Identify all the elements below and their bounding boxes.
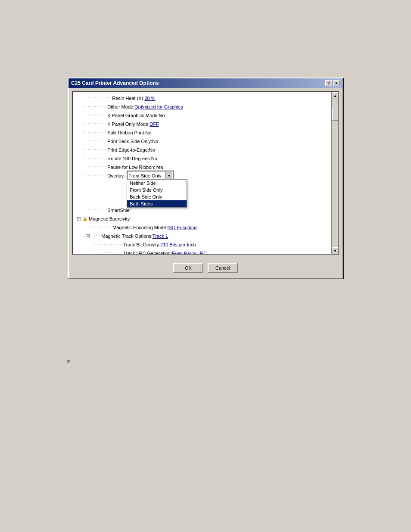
list-item: ·········· Magnetic Encoding Mode: ISO E…	[74, 223, 330, 232]
list-item: ·· − ···· Magnetic Track Options: Track …	[74, 232, 330, 240]
dropdown-option-neither[interactable]: Neither Side	[127, 180, 187, 187]
tree-prefix: ··········	[82, 163, 106, 171]
list-item: ············ Resin Heat (K): 20 %	[74, 94, 330, 103]
list-item: ·········· Pause for Low Ribbon: Yes	[74, 163, 330, 171]
tree-prefix: ··········	[87, 223, 111, 232]
scrollbar[interactable]: ▲ ▼	[331, 92, 338, 254]
list-item: ·········· K Panel Only Mode: OFF	[74, 120, 330, 128]
item-value[interactable]: OFF	[149, 120, 159, 128]
item-label: Magnetic Track Options:	[101, 232, 153, 240]
item-value: No	[151, 154, 157, 163]
item-value[interactable]: Track 1	[153, 232, 168, 240]
item-value: No	[152, 137, 158, 146]
tree-prefix: ············	[93, 240, 122, 249]
list-item: ·········· K Panel Graphics Mode: No	[74, 111, 330, 120]
tree-prefix: ··········	[82, 154, 106, 163]
title-bar: C25 Card Printer Advanced Options ? X	[68, 78, 342, 88]
item-label: Track LRC Generation:	[123, 249, 172, 255]
tree-prefix: ··········	[82, 111, 106, 120]
dropdown-popup[interactable]: Neither Side Front Side Only Back Side O…	[127, 179, 187, 208]
list-item: ············ Track Bit Density: 210 Bits…	[74, 240, 330, 249]
list-item: ············ Track LRC Generation: Even …	[74, 249, 330, 255]
tree-prefix: ············	[82, 94, 111, 103]
dropdown-value: Front Side Only	[128, 173, 165, 178]
tree-prefix: ··	[82, 232, 85, 240]
item-value[interactable]: Optimized for Graphics	[134, 103, 183, 111]
expand-icon[interactable]: −	[86, 234, 90, 238]
tree-items: ············ Resin Heat (K): 20 % ······…	[73, 92, 331, 255]
close-button[interactable]: X	[333, 80, 340, 86]
footnote: ®	[67, 359, 70, 364]
item-value[interactable]: 20 %	[144, 94, 155, 103]
item-coercivity: percivity	[112, 215, 130, 223]
list-item: ·········· Dither Mode: Optimized for Gr…	[74, 103, 330, 111]
item-label: Print Edge-to-Edge:	[107, 146, 149, 154]
tree-prefix: ··········	[82, 206, 106, 215]
item-label: Magnetic Encoding Mode:	[112, 223, 167, 232]
scroll-up-button[interactable]: ▲	[332, 92, 339, 99]
item-label: Pause for Low Ribbon:	[107, 163, 155, 171]
tree-prefix: ··········	[82, 128, 106, 137]
tree-prefix: ············	[93, 249, 122, 255]
item-value: No	[159, 111, 165, 120]
ok-button[interactable]: OK	[173, 263, 203, 273]
item-value[interactable]: 210 Bits per Inch	[160, 240, 196, 249]
overlay-dropdown[interactable]: Front Side Only ▼ Neither Side Front Sid…	[127, 171, 174, 181]
item-label: K Panel Only Mode:	[107, 120, 149, 128]
scroll-thumb[interactable]	[332, 108, 338, 121]
item-label: Print Back Side Only:	[107, 137, 152, 146]
scroll-down-button[interactable]: ▼	[332, 247, 339, 254]
item-label: Rotate 180 Degrees:	[107, 154, 151, 163]
item-label: Magnetic B	[89, 215, 112, 223]
dialog-footer: OK Cancel	[68, 258, 342, 278]
tree-prefix: ··········	[82, 103, 106, 111]
tree-panel[interactable]: ············ Resin Heat (K): 20 % ······…	[72, 91, 339, 255]
tree-prefix: ····	[90, 232, 100, 240]
list-item: ·········· Print Edge-to-Edge: No	[74, 146, 330, 154]
collapse-icon[interactable]: −	[77, 217, 81, 221]
lock-icon: 🔒	[82, 216, 88, 222]
dropdown-option-both[interactable]: Both Sides	[127, 200, 187, 207]
list-item: ·········· Rotate 180 Degrees: No	[74, 154, 330, 163]
item-value: No	[145, 128, 151, 137]
item-label: Track Bit Density:	[123, 240, 160, 249]
cancel-button[interactable]: Cancel	[208, 263, 238, 273]
dialog-content: ············ Resin Heat (K): 20 % ······…	[68, 88, 342, 258]
scroll-track[interactable]	[332, 99, 338, 247]
tree-prefix: ··········	[82, 137, 106, 146]
item-label: Dither Mode:	[107, 103, 134, 111]
list-item: ·········· SmartShiel	[74, 206, 330, 215]
item-label: Resin Heat (K):	[112, 94, 144, 103]
tree-prefix: ··········	[82, 146, 106, 154]
help-button[interactable]: ?	[325, 80, 332, 86]
item-label: Split Ribbon Print:	[107, 128, 145, 137]
item-value: Yes	[156, 163, 163, 171]
dropdown-arrow-icon[interactable]: ▼	[165, 172, 172, 180]
list-item: ·········· Print Back Side Only: No	[74, 137, 330, 146]
item-value[interactable]: Even Parity LRC	[172, 249, 207, 255]
item-value[interactable]: ISO Encoding	[167, 223, 196, 232]
tree-prefix: ··········	[82, 174, 106, 178]
dropdown-option-back[interactable]: Back Side Only	[127, 193, 187, 200]
item-value: No	[149, 146, 155, 154]
dropdown-option-front[interactable]: Front Side Only	[127, 187, 187, 193]
item-label: K Panel Graphics Mode:	[107, 111, 159, 120]
overlay-row: ·········· Overlay: Front Side Only ▼ Ne…	[74, 171, 330, 180]
title-bar-buttons: ? X	[325, 80, 340, 86]
dialog-window: C25 Card Printer Advanced Options ? X ··…	[68, 78, 343, 279]
list-item: ·········· Split Ribbon Print: No	[74, 128, 330, 137]
dialog-title: C25 Card Printer Advanced Options	[71, 80, 159, 86]
list-item: − 🔒 Magnetic B percivity	[74, 215, 330, 223]
tree-prefix: ··········	[82, 120, 106, 128]
overlay-label: Overlay:	[107, 173, 125, 178]
